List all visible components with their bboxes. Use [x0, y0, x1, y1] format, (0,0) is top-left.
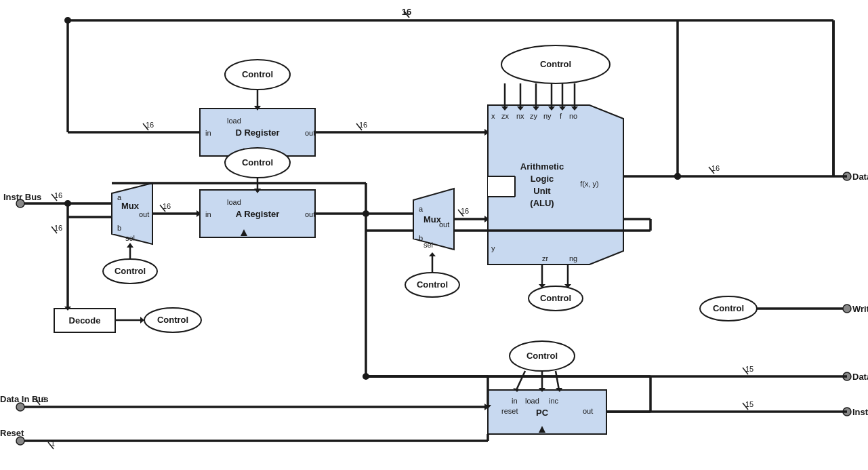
alu-label1: Arithmetic: [520, 161, 564, 172]
reset-label: Reset: [0, 428, 24, 438]
mux1-sel-label: sel: [125, 234, 135, 242]
mux2-b-label: b: [419, 234, 423, 242]
instr-bus-connector: [16, 199, 24, 208]
instruction-address-bus-label: Instruction Address Bus: [852, 407, 868, 417]
mux2-out-label: out: [439, 220, 449, 229]
d-register-in-label: in: [205, 129, 211, 137]
alu-cutout: [488, 176, 515, 197]
alu-ng-label: ng: [569, 254, 577, 262]
mux1-label: Mux: [121, 201, 140, 211]
alu-ny-label: ny: [543, 112, 552, 120]
pc-inc-label: inc: [549, 397, 559, 405]
control-alu-label: Control: [540, 59, 571, 69]
arrow-control-mux2: [429, 252, 436, 256]
a-register-label: A Register: [236, 209, 280, 219]
alu-zr-label: zr: [542, 254, 549, 262]
decode-label: Decode: [69, 315, 101, 326]
control-mux1-label: Control: [115, 266, 146, 276]
d-register-out-label: out: [305, 129, 315, 137]
arrow-control-mux1: [127, 243, 133, 248]
write-enable-connector: [843, 305, 851, 313]
alu-y-label: y: [491, 244, 495, 252]
data-address-bus-label: Data Address Bus: [852, 372, 868, 382]
junction-top-left: [64, 17, 71, 24]
mux1-a-label: a: [117, 193, 122, 201]
control-alu-out-label: Control: [540, 293, 571, 303]
d-register-label: D Register: [235, 128, 279, 138]
mux1-out-label: out: [139, 210, 149, 218]
control-decode-label: Control: [157, 315, 188, 325]
pc-in-label: in: [512, 397, 518, 405]
mux1-b-label: b: [117, 224, 121, 232]
junction-alu-top: [674, 173, 681, 180]
write-enable-label: Write Enable: [852, 304, 868, 314]
alu-zy-label: zy: [530, 112, 538, 120]
wire-label-16-top: 16: [402, 7, 411, 17]
pc-load-label: load: [525, 397, 539, 405]
mux2-a-label: a: [419, 205, 423, 213]
a-register-load-label: load: [227, 198, 241, 206]
alu-label2: Logic: [531, 174, 554, 184]
mux2-sel-label: sel: [423, 241, 433, 249]
data-out-bus-label: Data Out Bus: [852, 172, 868, 182]
alu-label3: Unit: [533, 186, 551, 196]
alu-x-label: x: [491, 112, 495, 120]
alu-fxy-label: f(x, y): [580, 180, 599, 188]
svg-line-44: [516, 371, 525, 390]
a-register-in-label: in: [205, 210, 211, 218]
a-register-out-label: out: [305, 210, 315, 218]
control-pc-label: Control: [526, 351, 558, 361]
alu-label4: (ALU): [530, 198, 554, 208]
alu-no-label: no: [569, 112, 577, 120]
control-d-label: Control: [242, 69, 273, 79]
alu-zx-label: zx: [501, 112, 510, 120]
pc-reset-label: reset: [501, 407, 518, 415]
control-a-label: Control: [242, 157, 273, 168]
pc-label: PC: [536, 408, 549, 418]
pc-out-label: out: [583, 407, 593, 415]
svg-line-46: [556, 371, 559, 390]
alu-nx-label: nx: [516, 112, 524, 120]
control-mux2-label: Control: [417, 279, 448, 290]
control-write-enable-label: Control: [713, 303, 744, 313]
d-register-load-label: load: [227, 117, 241, 125]
